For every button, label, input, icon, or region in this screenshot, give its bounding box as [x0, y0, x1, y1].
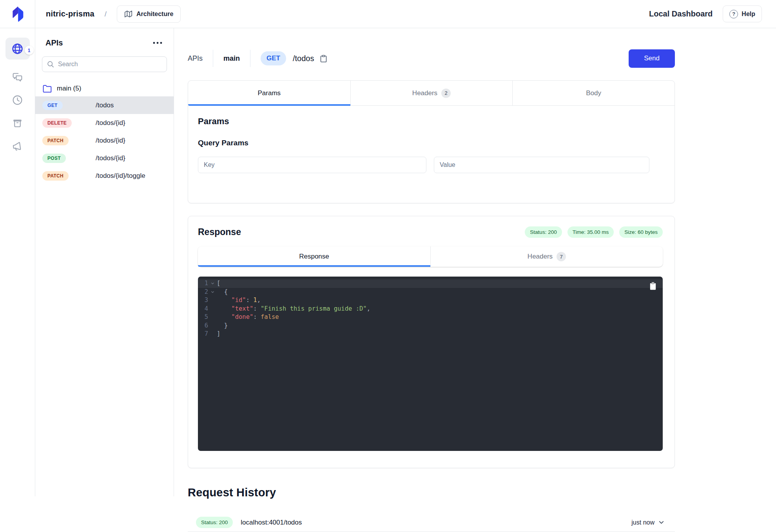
params-heading: Params — [198, 116, 663, 127]
endpoint-list: GET/todosDELETE/todos/{id}PATCH/todos/{i… — [35, 96, 174, 185]
clipboard-icon — [319, 54, 328, 63]
history-time: just now — [631, 519, 665, 526]
clock-icon — [12, 94, 23, 106]
code-text: ] — [217, 330, 220, 338]
ellipsis-icon — [152, 42, 163, 44]
chat-bubbles-icon — [12, 71, 23, 83]
fold-chevron-icon[interactable] — [208, 288, 217, 297]
request-tabs: ParamsHeaders2Body — [188, 81, 674, 106]
rail-item-topics[interactable] — [12, 141, 23, 152]
tab-label: Response — [299, 253, 329, 261]
globe-icon — [11, 43, 24, 55]
rail-item-apis[interactable]: 1 — [5, 38, 30, 60]
request-history-list: Status: 200localhost:4001/todosjust now — [188, 513, 675, 532]
search-input[interactable] — [42, 56, 167, 72]
main-content: APIs main GET /todos Send ParamsHeaders2… — [174, 28, 675, 532]
request-card: ParamsHeaders2Body Params Query Params — [188, 80, 675, 203]
line-number: 5 — [198, 313, 208, 322]
send-button[interactable]: Send — [629, 49, 675, 68]
folder-label: main (5) — [57, 85, 81, 92]
code-token: "text" — [231, 305, 253, 312]
endpoint-row[interactable]: DELETE/todos/{id} — [35, 114, 174, 132]
endpoint-row[interactable]: PATCH/todos/{id} — [35, 132, 174, 149]
response-code-viewer[interactable]: 1[2 {3 "id": 1,4 "text": "Finish this pr… — [198, 277, 663, 451]
architecture-label: Architecture — [136, 11, 173, 18]
tab-label: Body — [586, 89, 601, 97]
code-text: "id": 1, — [217, 296, 261, 305]
endpoint-row[interactable]: POST/todos/{id} — [35, 149, 174, 167]
copy-response-button[interactable] — [649, 282, 657, 290]
code-token: { — [217, 288, 228, 295]
code-token: , — [257, 297, 261, 304]
code-token: , — [367, 305, 370, 312]
request-tab-params[interactable]: Params — [188, 81, 350, 105]
query-key-input[interactable] — [198, 157, 426, 173]
endpoint-row[interactable]: GET/todos — [35, 96, 174, 114]
line-number: 4 — [198, 305, 208, 313]
code-token — [217, 297, 231, 304]
time-badge: Time: 35.00 ms — [567, 226, 614, 238]
endpoint-method-cell: PATCH — [42, 171, 96, 181]
rail-item-schedules[interactable] — [12, 94, 23, 106]
rail-item-websockets[interactable] — [12, 71, 23, 83]
response-heading: Response — [198, 227, 241, 237]
request-tab-body[interactable]: Body — [512, 81, 674, 105]
chevron-down-icon[interactable] — [658, 519, 665, 526]
top-bar: nitric-prisma / Architecture Local Dashb… — [0, 0, 776, 28]
line-number: 6 — [198, 322, 208, 330]
request-header: APIs main GET /todos Send — [188, 49, 675, 68]
architecture-button[interactable]: Architecture — [117, 5, 181, 23]
breadcrumb-api: main — [223, 54, 240, 63]
tab-count-badge: 7 — [557, 252, 566, 261]
history-status-badge: Status: 200 — [196, 517, 233, 528]
endpoint-path: /todos/{id} — [96, 119, 125, 127]
endpoint-path: /todos/{id}/toggle — [96, 172, 145, 180]
rail-item-storage[interactable] — [12, 118, 23, 129]
nitric-logo-icon — [9, 5, 27, 23]
fold-spacer — [208, 296, 217, 305]
code-token — [217, 305, 231, 312]
method-badge: DELETE — [42, 118, 72, 128]
code-text: "done": false — [217, 313, 279, 322]
endpoint-row[interactable]: PATCH/todos/{id}/toggle — [35, 167, 174, 185]
endpoint-path: /todos/{id} — [96, 137, 125, 145]
query-params-heading: Query Params — [198, 139, 663, 147]
code-token: false — [261, 313, 279, 320]
code-text: { — [217, 288, 228, 297]
tab-label: Headers — [528, 253, 553, 261]
endpoint-method-cell: POST — [42, 154, 96, 163]
sidebar-menu-button[interactable] — [151, 40, 164, 46]
code-token: : — [253, 305, 261, 312]
code-line: 3 "id": 1, — [198, 296, 663, 305]
query-value-input[interactable] — [434, 157, 649, 173]
icon-rail: 1 — [0, 28, 35, 496]
api-folder-main[interactable]: main (5) — [35, 81, 174, 96]
project-name: nitric-prisma — [46, 9, 94, 18]
response-tabs: ResponseHeaders7 — [198, 246, 663, 267]
response-tab-headers[interactable]: Headers7 — [430, 246, 663, 267]
code-line: 4 "text": "Finish this prisma guide :D", — [198, 305, 663, 313]
line-number: 7 — [198, 330, 208, 338]
code-line: 2 { — [198, 288, 663, 297]
help-label: Help — [742, 11, 755, 18]
method-badge: PATCH — [42, 136, 69, 145]
copy-path-button[interactable] — [319, 54, 328, 63]
method-badge: POST — [42, 154, 66, 163]
breadcrumb-root: APIs — [188, 54, 203, 63]
response-card: Response Status: 200 Time: 35.00 ms Size… — [188, 216, 675, 468]
code-token: "Finish this prisma guide :D" — [261, 305, 367, 312]
help-button[interactable]: ? Help — [723, 5, 762, 22]
code-token: ] — [217, 330, 220, 337]
request-tab-headers[interactable]: Headers2 — [350, 81, 513, 105]
megaphone-icon — [12, 141, 23, 152]
history-row[interactable]: Status: 200localhost:4001/todosjust now — [188, 513, 675, 532]
code-token: "id" — [231, 297, 246, 304]
folder-icon — [42, 84, 52, 94]
line-number: 3 — [198, 296, 208, 305]
response-tab-response[interactable]: Response — [198, 246, 430, 267]
map-icon — [124, 10, 132, 18]
fold-spacer — [208, 305, 217, 313]
fold-chevron-icon[interactable] — [208, 279, 217, 288]
nitric-logo[interactable] — [0, 0, 35, 28]
question-mark-icon: ? — [729, 10, 738, 18]
